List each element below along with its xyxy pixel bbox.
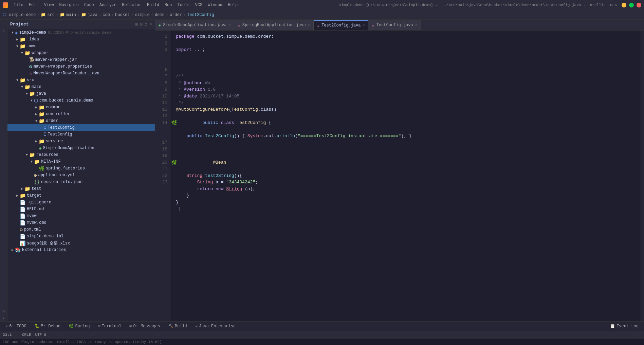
status-encoding-label: UTF-8 [35, 333, 46, 337]
tree-item-pom[interactable]: ⚙ pom.xml [7, 226, 155, 233]
tree-item-idea[interactable]: ▶ 📁 .idea [7, 36, 155, 43]
tree-item-testconfig[interactable]: C TestConfig [7, 131, 155, 138]
status-encoding[interactable]: UTF-8 [35, 333, 46, 337]
tool-tab-messages[interactable]: ✉ 0: Messages [127, 323, 163, 329]
menu-run[interactable]: Run [163, 2, 174, 8]
spring-factories-icon: 🌿 [39, 166, 44, 171]
sidebar-expand-icon[interactable]: ⊞ [135, 22, 138, 27]
tab-close-simpledemo[interactable]: × [228, 23, 231, 27]
menu-file[interactable]: File [12, 2, 25, 8]
tree-item-java[interactable]: ▼ 📁 java [7, 90, 155, 97]
breadcrumb-main[interactable]: main [66, 13, 76, 17]
tree-item-wrapper[interactable]: ▼ 📁 wrapper [7, 50, 155, 56]
tree-item-order[interactable]: ▼ 📁 order [7, 117, 155, 124]
tree-item-target[interactable]: ▶ 📁 target [7, 192, 155, 199]
tree-item-simpledemo[interactable]: ◈ SimpleDemoApplication [7, 145, 155, 151]
tool-tab-todo[interactable]: ✓ 6: TODO [3, 323, 29, 329]
tree-item-metainf[interactable]: ▼ 📁 META-INF [7, 158, 155, 165]
tree-item-root[interactable]: ▼ ◈ simple-demo E:\IDEA-Projects\simple-… [7, 29, 155, 36]
tree-label-gitignore: .gitignore [27, 200, 51, 205]
tab-testconfig[interactable]: ☕ TestConfig.java × [368, 20, 421, 30]
breadcrumb-java[interactable]: java [88, 13, 97, 17]
tree-item-spring-factories[interactable]: 🌿 spring.factories [7, 165, 155, 172]
breadcrumb-demo[interactable]: demo [155, 13, 165, 17]
tab-simpledemo-app[interactable]: ◈ SimpleDemoApplication.java × [155, 20, 234, 30]
favorites-tool-icon[interactable]: ★ [1, 315, 7, 321]
menu-refactor[interactable]: Refactor [120, 2, 144, 8]
menu-build[interactable]: Build [145, 2, 161, 8]
tool-tab-java-enterprise[interactable]: ☕ Java Enterprise [192, 323, 238, 329]
tree-item-mvnw-cmd[interactable]: 📄 mvnw.cmd [7, 219, 155, 226]
code-line-19: String a = "343434242"; [176, 179, 635, 186]
maximize-button[interactable] [629, 3, 634, 7]
tree-item-mvnw[interactable]: 📄 mvnw [7, 213, 155, 219]
tree-item-test[interactable]: ▶ 📁 test [7, 185, 155, 192]
tree-label-controller: controller [46, 112, 70, 116]
tree-item-maven-props[interactable]: ⚙ maven-wrapper.properties [7, 63, 155, 70]
project-tool-icon[interactable]: P [1, 21, 7, 27]
menu-tools[interactable]: Tools [176, 2, 192, 8]
tree-item-maven-jar[interactable]: 🗜 maven-wrapper.jar [7, 56, 155, 63]
breadcrumb-current: Test2Config [187, 13, 214, 17]
tree-item-gitignore[interactable]: 📄 .gitignore [7, 199, 155, 206]
menu-code[interactable]: Code [82, 2, 96, 8]
tree-item-controller[interactable]: ▶ 📁 controller [7, 111, 155, 117]
menu-analyze[interactable]: Analyze [97, 2, 118, 8]
sidebar-settings-icon[interactable]: ⚙ [145, 22, 147, 27]
tab-springboot-app[interactable]: ☕ SpringBootApplication.java × [234, 20, 313, 30]
breadcrumb-bucket[interactable]: bucket [115, 13, 130, 17]
tree-label-application-yml: application.yml [38, 173, 75, 178]
tab-close-testconfig[interactable]: × [415, 23, 417, 27]
tree-item-maven-dl[interactable]: ☕ MavenWrapperDownloader.java [7, 70, 155, 77]
tab-test2config[interactable]: ☕ Test2Config.java × [314, 20, 368, 30]
folder-icon: 📁 [24, 84, 30, 90]
arrow-icon: ▶ [34, 139, 39, 143]
tree-item-src[interactable]: ▼ 📁 src [7, 77, 155, 84]
status-position[interactable]: 33:1 [3, 333, 12, 337]
menu-edit[interactable]: Edit [27, 2, 41, 8]
code-line-blank1 [176, 53, 635, 60]
tree-item-resources[interactable]: ▼ 📁 resources [7, 151, 155, 158]
menu-view[interactable]: View [42, 2, 56, 8]
tool-window-bar: ✓ 6: TODO 🐛 5: Debug 🌿 Spring ⌨ Terminal… [0, 321, 644, 331]
sidebar-close-icon[interactable]: × [149, 22, 152, 27]
structure-tool-icon[interactable]: S [1, 28, 7, 34]
breadcrumb-simple[interactable]: simple [135, 13, 150, 17]
tool-tab-terminal[interactable]: ⌨ Terminal [95, 323, 124, 329]
web-tool-icon[interactable]: W [1, 308, 7, 314]
tab-close-test2config[interactable]: × [363, 24, 365, 28]
tool-tab-spring[interactable]: 🌿 Spring [66, 323, 92, 329]
menu-vcs[interactable]: VCS [193, 2, 205, 8]
tree-item-test2config[interactable]: C Test2Config [7, 124, 155, 131]
breadcrumb-project[interactable]: simple-demo [9, 13, 36, 17]
tab-close-springboot[interactable]: × [308, 23, 310, 27]
menu-help[interactable]: Help [226, 2, 240, 8]
tool-tab-debug[interactable]: 🐛 5: Debug [32, 323, 63, 329]
minimize-button[interactable] [622, 3, 626, 7]
tree-item-package[interactable]: ▼ ⬡ com.bucket.simple.demo [7, 97, 155, 104]
tree-item-help[interactable]: 📄 HELP.md [7, 206, 155, 213]
code-editor[interactable]: 1 2 3 6 7 8 9 10 11 12 13 14 17 18 19 20 [155, 31, 644, 321]
tool-tab-build[interactable]: 🔨 Build [166, 323, 190, 329]
code-content[interactable]: package com.bucket.simple.demo.order; im… [170, 31, 641, 321]
tree-item-mvn[interactable]: ▼ 📁 .mvn [7, 43, 155, 50]
menu-window[interactable]: Window [206, 2, 224, 8]
close-button[interactable] [637, 3, 641, 7]
breadcrumb-com[interactable]: com [103, 13, 110, 17]
tree-item-application-yml[interactable]: ⚙ application.yml [7, 172, 155, 179]
folder-icon: 📁 [20, 193, 25, 199]
tool-tab-event-log[interactable]: 📋 Event Log [607, 323, 641, 329]
breadcrumb-src[interactable]: src [47, 13, 55, 17]
tree-item-excel[interactable]: 📊 sougo创意_全部.xlsx [7, 240, 155, 247]
sidebar-collapse-icon[interactable]: ⊟ [140, 22, 143, 27]
menu-navigate[interactable]: Navigate [57, 2, 81, 8]
breadcrumb-order[interactable]: order [170, 13, 182, 17]
tree-item-session-json[interactable]: {} session-info.json [7, 179, 155, 185]
tree-item-service[interactable]: ▶ 📁 service [7, 138, 155, 145]
arrow-icon: ▼ [29, 160, 34, 164]
status-crle[interactable]: CRLE [22, 333, 31, 337]
tree-item-ext-libs[interactable]: ▶ 📚 External Libraries [7, 247, 155, 253]
tree-item-iml[interactable]: 📄 simple-demo.iml [7, 233, 155, 240]
tree-item-main[interactable]: ▼ 📁 main [7, 84, 155, 90]
tree-item-common[interactable]: ▶ 📁 common [7, 104, 155, 111]
